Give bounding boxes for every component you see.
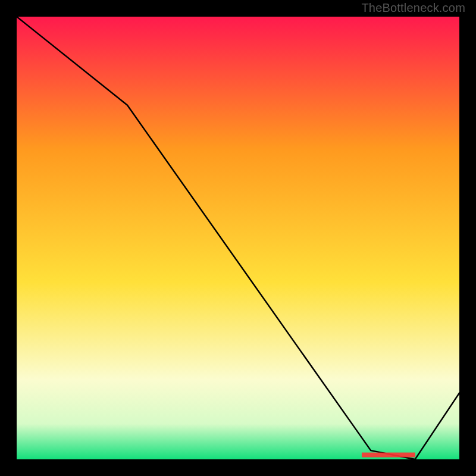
plot-frame (17, 17, 459, 459)
watermark: TheBottleneck.com (361, 1, 465, 15)
bottleneck-chart (17, 17, 459, 459)
chart-container: TheBottleneck.com (0, 0, 476, 476)
annotation-marker (362, 453, 415, 458)
gradient-background (17, 17, 459, 459)
